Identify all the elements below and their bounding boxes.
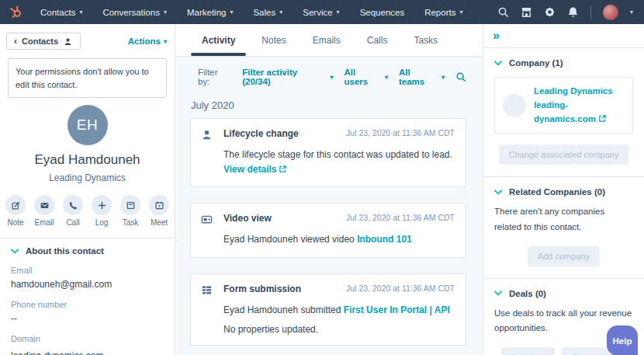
- domain-field: Domain leading-dynamics.com: [11, 334, 162, 355]
- field-label: Email: [11, 266, 162, 275]
- filter-users-dropdown[interactable]: All users▾: [345, 68, 388, 86]
- hubspot-logo-icon[interactable]: [9, 5, 23, 19]
- add-company-button[interactable]: Add company: [528, 246, 600, 266]
- call-icon: [63, 195, 83, 215]
- collapse-sidebar-icon[interactable]: »: [493, 29, 500, 42]
- field-value[interactable]: hamdouneh@gmail.com: [11, 279, 162, 290]
- chevron-left-icon: ‹: [14, 36, 17, 47]
- card-timestamp: Jul 23, 2020 at 11:36 AM CDT: [346, 128, 455, 137]
- log-button[interactable]: Log: [92, 195, 112, 227]
- caret-down-icon: ▾: [164, 38, 167, 45]
- activity-card-video[interactable]: Video view Jul 23, 2020 at 11:36 AM CDT …: [190, 203, 466, 258]
- caret-down-icon[interactable]: ▾: [630, 9, 633, 16]
- nav-menu: Contacts▾ Conversations▾ Marketing▾ Sale…: [30, 8, 473, 17]
- call-button[interactable]: Call: [63, 195, 83, 227]
- nav-item-sequences[interactable]: Sequences: [350, 8, 415, 17]
- tab-calls[interactable]: Calls: [354, 24, 401, 56]
- note-icon: [5, 195, 26, 215]
- field-value[interactable]: leading-dynamics.com: [11, 350, 162, 355]
- caret-down-icon: ▾: [441, 74, 445, 81]
- filter-teams-dropdown[interactable]: All teams▾: [399, 68, 445, 86]
- task-icon: [120, 195, 140, 215]
- nav-item-marketing[interactable]: Marketing▾: [177, 8, 244, 17]
- field-label: Phone number: [11, 300, 162, 309]
- email-field: Email hamdouneh@gmail.com: [11, 266, 162, 290]
- caret-down-icon: ▾: [230, 9, 233, 16]
- user-avatar[interactable]: [603, 5, 618, 20]
- video-icon: [201, 214, 213, 225]
- calendar-icon: [149, 195, 169, 215]
- activity-card-form-1[interactable]: Form submission Jul 23, 2020 at 11:36 AM…: [190, 273, 466, 346]
- permissions-notice: Your permissions don't allow you to edit…: [8, 58, 167, 98]
- form-link[interactable]: First User In Portal | API: [344, 305, 450, 315]
- contact-company: Leading Dynamics: [0, 172, 175, 183]
- email-icon: [34, 195, 54, 215]
- email-button[interactable]: Email: [34, 195, 54, 227]
- caret-down-icon: ▾: [279, 9, 282, 16]
- card-title: Video view: [223, 213, 346, 224]
- company-section-header[interactable]: Company (1): [494, 58, 633, 68]
- view-details-link[interactable]: View details: [223, 164, 287, 175]
- contact-name: Eyad Hamdouneh: [0, 152, 175, 168]
- sidebar-collapse-row: »: [483, 24, 644, 48]
- search-icon[interactable]: [497, 6, 509, 18]
- company-name-link[interactable]: Leading Dynamics: [534, 86, 613, 96]
- card-body: Eyad Hamdouneh viewed video Inbound 101: [223, 232, 455, 247]
- top-navigation: Contacts▾ Conversations▾ Marketing▾ Sale…: [0, 0, 644, 24]
- form-icon: [201, 284, 213, 296]
- caret-down-icon: ▾: [337, 9, 340, 16]
- feed-search-icon[interactable]: [455, 71, 466, 82]
- company-section: Company (1) Leading Dynamics leading-dyn…: [483, 48, 644, 177]
- filter-by-label: Filter by:: [198, 68, 231, 86]
- quick-actions: Note Email Call Log: [0, 195, 175, 227]
- caret-down-icon: ▾: [164, 9, 167, 16]
- external-link-icon: [279, 165, 287, 173]
- meet-button[interactable]: Meet: [149, 195, 169, 227]
- card-title: Lifecycle change: [223, 128, 346, 139]
- add-deal-button[interactable]: Add deal: [501, 347, 555, 355]
- company-domain-link[interactable]: leading-dynamics.com: [534, 100, 596, 124]
- tab-emails[interactable]: Emails: [299, 24, 354, 56]
- caret-down-icon: ▾: [331, 74, 334, 81]
- nav-item-conversations[interactable]: Conversations▾: [92, 8, 177, 17]
- actions-dropdown[interactable]: Actions▾: [128, 37, 167, 46]
- card-note: No properties updated.: [223, 324, 455, 335]
- video-link[interactable]: Inbound 101: [357, 234, 412, 245]
- nav-item-reports[interactable]: Reports▾: [414, 8, 473, 17]
- activity-card-lifecycle[interactable]: Lifecycle change Jul 23, 2020 at 11:36 A…: [190, 118, 466, 187]
- settings-gear-icon[interactable]: [544, 6, 556, 18]
- field-label: Domain: [11, 334, 162, 343]
- contact-icon: [201, 129, 213, 141]
- task-button[interactable]: Task: [120, 195, 140, 227]
- tab-tasks[interactable]: Tasks: [400, 24, 451, 56]
- nav-item-service[interactable]: Service▾: [293, 8, 349, 17]
- note-button[interactable]: Note: [5, 195, 26, 227]
- caret-down-icon: ▾: [459, 9, 462, 16]
- marketplace-icon[interactable]: [521, 6, 532, 18]
- nav-item-contacts[interactable]: Contacts▾: [30, 8, 92, 17]
- card-timestamp: Jul 23, 2020 at 11:36 AM CDT: [346, 284, 455, 293]
- about-section-header[interactable]: About this contact: [11, 246, 162, 256]
- contact-avatar: EH: [68, 105, 108, 145]
- field-value[interactable]: --: [11, 313, 162, 324]
- company-links: Leading Dynamics leading-dynamics.com: [534, 85, 625, 126]
- nav-utilities: ▾: [497, 5, 644, 20]
- nav-item-sales[interactable]: Sales▾: [243, 8, 293, 17]
- back-to-contacts-button[interactable]: ‹ Contacts: [6, 33, 81, 50]
- filter-bar: Filter by: Filter activity (20/34)▾ All …: [176, 57, 482, 86]
- notifications-bell-icon[interactable]: [567, 6, 579, 18]
- tab-notes[interactable]: Notes: [248, 24, 299, 56]
- change-associated-company-button[interactable]: Change associated company: [499, 144, 629, 165]
- tab-activity[interactable]: Activity: [189, 24, 248, 56]
- month-heading: July 2020: [191, 99, 482, 111]
- nav-divider: [590, 6, 591, 19]
- company-avatar: [503, 94, 526, 117]
- company-card[interactable]: Leading Dynamics leading-dynamics.com: [494, 77, 633, 134]
- filter-activity-dropdown[interactable]: Filter activity (20/34)▾: [242, 68, 333, 86]
- contact-badge-icon: [63, 37, 73, 47]
- associations-sidebar: » Company (1) Leading Dynamics leading-d…: [483, 24, 644, 355]
- deals-header[interactable]: Deals (0): [494, 289, 633, 298]
- help-button[interactable]: Help: [607, 325, 638, 355]
- related-companies-header[interactable]: Related Companies (0): [494, 187, 633, 197]
- contact-sidebar: ‹ Contacts Actions▾ Your permissions don…: [0, 24, 175, 355]
